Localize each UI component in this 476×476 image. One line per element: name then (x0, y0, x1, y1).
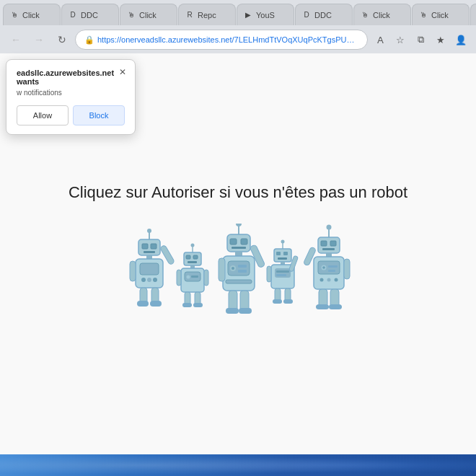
tab-7-label: Click (373, 11, 390, 19)
svg-rect-63 (275, 268, 291, 278)
bookmark-icon[interactable]: ☆ (391, 30, 410, 49)
svg-rect-59 (283, 252, 288, 255)
allow-button[interactable]: Allow (17, 105, 69, 125)
tab-4-label: Repc (198, 11, 216, 19)
svg-rect-29 (177, 270, 181, 286)
svg-rect-23 (188, 261, 197, 263)
svg-rect-76 (330, 241, 336, 246)
tab-9[interactable]: G Goo (470, 4, 476, 25)
svg-point-86 (327, 278, 331, 282)
svg-rect-8 (140, 263, 159, 275)
tab-2[interactable]: D DDC (61, 4, 119, 25)
svg-rect-54 (239, 308, 252, 314)
profile-icon[interactable]: 👤 (451, 30, 470, 49)
tab-8[interactable]: 🖱 Click (412, 4, 470, 25)
svg-rect-39 (241, 239, 247, 244)
svg-point-27 (187, 276, 190, 279)
svg-rect-52 (240, 291, 249, 311)
svg-rect-33 (182, 303, 192, 307)
popup-buttons: Allow Block (17, 105, 125, 125)
svg-rect-60 (278, 257, 287, 260)
svg-rect-58 (276, 252, 281, 255)
tab-bar: 🖱 Click D DDC 🖱 Click R Repc ▶ YouS D DD… (0, 0, 476, 26)
favorites-icon[interactable]: ★ (431, 30, 450, 49)
tab-2-favicon: D (68, 10, 78, 20)
address-bar-row: ← → ↻ 🔒 https://onerveadsllc.azurewebsit… (0, 26, 476, 53)
lock-icon: 🔒 (84, 35, 94, 45)
svg-rect-5 (144, 251, 155, 253)
popup-subtitle: w notifications (17, 89, 125, 97)
split-view-icon[interactable]: ⧉ (411, 30, 430, 49)
svg-rect-66 (267, 266, 271, 282)
svg-rect-22 (193, 255, 198, 259)
svg-rect-53 (226, 308, 239, 314)
forward-button[interactable]: → (29, 30, 49, 50)
toolbar-icons: 𝖠 ☆ ⧉ ★ 👤 (371, 30, 470, 49)
tab-7[interactable]: 🖱 Click (353, 4, 411, 25)
popup-close-button[interactable]: ✕ (116, 66, 129, 79)
tab-1[interactable]: 🖱 Click (3, 4, 61, 25)
svg-rect-57 (274, 249, 291, 262)
svg-point-73 (327, 225, 332, 230)
svg-rect-51 (229, 291, 237, 311)
tab-1-favicon: 🖱 (9, 10, 19, 20)
tab-8-label: Click (431, 11, 449, 19)
svg-rect-41 (235, 252, 242, 256)
svg-rect-75 (321, 241, 327, 246)
page-content: Cliquez sur Autoriser si vous n'êtes pas… (0, 183, 476, 325)
svg-point-10 (147, 278, 151, 282)
svg-rect-21 (186, 255, 190, 259)
refresh-button[interactable]: ↻ (52, 30, 72, 50)
tab-5[interactable]: ▶ YouS (237, 4, 294, 25)
svg-rect-47 (238, 270, 247, 273)
svg-point-19 (191, 244, 195, 247)
address-text: https://onerveadsllc.azurewebsites.net/7… (97, 35, 358, 44)
browser-content: ✕ eadsllc.azurewebsites.net wants w noti… (0, 53, 476, 454)
back-button[interactable]: ← (6, 30, 26, 50)
svg-rect-84 (328, 270, 335, 272)
svg-rect-77 (322, 248, 335, 250)
tab-6[interactable]: D DDC (295, 4, 353, 25)
svg-point-11 (153, 278, 157, 282)
notification-popup: ✕ eadsllc.azurewebsites.net wants w noti… (6, 59, 136, 135)
svg-rect-16 (137, 301, 149, 307)
tab-6-label: DDC (314, 11, 332, 19)
robots-illustration (123, 224, 353, 325)
block-button[interactable]: Block (73, 105, 125, 125)
tab-1-label: Click (22, 11, 40, 19)
svg-rect-38 (230, 239, 237, 244)
svg-point-1 (147, 229, 151, 233)
tab-3[interactable]: 🖱 Click (120, 4, 177, 25)
svg-rect-28 (191, 276, 198, 278)
svg-rect-12 (130, 261, 136, 281)
svg-point-9 (141, 278, 146, 282)
svg-point-82 (322, 266, 325, 269)
svg-point-87 (335, 278, 338, 282)
svg-rect-65 (276, 274, 286, 276)
tab-4-favicon: R (185, 10, 195, 20)
address-bar[interactable]: 🔒 https://onerveadsllc.azurewebsites.net… (75, 30, 368, 50)
read-aloud-icon[interactable]: 𝖠 (371, 30, 389, 49)
svg-rect-64 (276, 270, 289, 273)
svg-point-45 (232, 267, 234, 270)
tab-6-favicon: D (301, 10, 312, 20)
tab-5-favicon: ▶ (243, 10, 253, 20)
svg-rect-3 (142, 244, 148, 249)
tab-8-favicon: 🖱 (418, 10, 428, 20)
svg-point-85 (320, 278, 324, 282)
svg-rect-71 (283, 299, 293, 304)
popup-title: eadsllc.azurewebsites.net wants (17, 69, 125, 86)
svg-rect-49 (219, 258, 225, 281)
tab-4[interactable]: R Repc (178, 4, 236, 25)
tab-5-label: YouS (256, 11, 275, 19)
browser-chrome: 🖱 Click D DDC 🖱 Click R Repc ▶ YouS D DD… (0, 0, 476, 53)
svg-rect-83 (328, 265, 338, 268)
svg-rect-70 (273, 299, 282, 304)
tab-7-favicon: 🖱 (360, 10, 370, 20)
svg-rect-46 (238, 265, 247, 268)
svg-rect-4 (151, 244, 157, 249)
robots-svg (123, 224, 353, 325)
svg-rect-34 (193, 303, 203, 307)
svg-rect-40 (232, 247, 246, 249)
tab-3-label: Click (139, 11, 157, 19)
